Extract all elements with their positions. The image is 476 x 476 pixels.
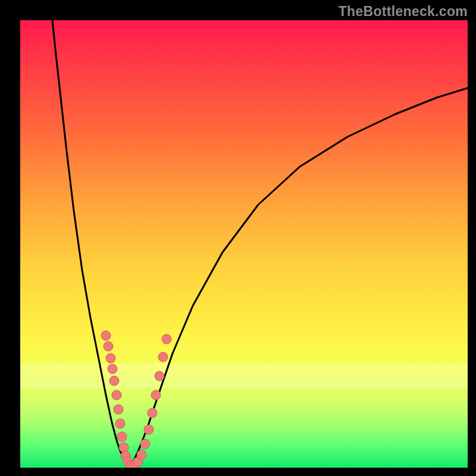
chart-svg xyxy=(20,20,468,468)
svg-point-3 xyxy=(108,364,117,374)
svg-point-8 xyxy=(117,432,127,441)
svg-point-16 xyxy=(140,439,150,449)
svg-point-0 xyxy=(101,331,111,340)
svg-point-2 xyxy=(106,353,115,363)
svg-point-5 xyxy=(112,390,121,400)
svg-point-7 xyxy=(115,419,125,428)
svg-point-22 xyxy=(162,334,171,344)
svg-point-9 xyxy=(119,443,129,452)
svg-point-21 xyxy=(158,352,168,362)
svg-point-1 xyxy=(104,342,113,351)
svg-point-15 xyxy=(137,450,146,459)
svg-point-17 xyxy=(144,425,154,434)
svg-point-18 xyxy=(148,408,157,418)
outer-frame: TheBottleneck.com xyxy=(0,0,476,476)
svg-point-19 xyxy=(151,390,161,400)
svg-point-20 xyxy=(155,371,164,381)
plot-area xyxy=(20,20,468,468)
watermark-text: TheBottleneck.com xyxy=(339,4,468,20)
svg-point-6 xyxy=(114,405,123,414)
svg-point-4 xyxy=(109,376,119,386)
curve-markers xyxy=(101,331,171,468)
curve-right-branch xyxy=(129,88,468,466)
